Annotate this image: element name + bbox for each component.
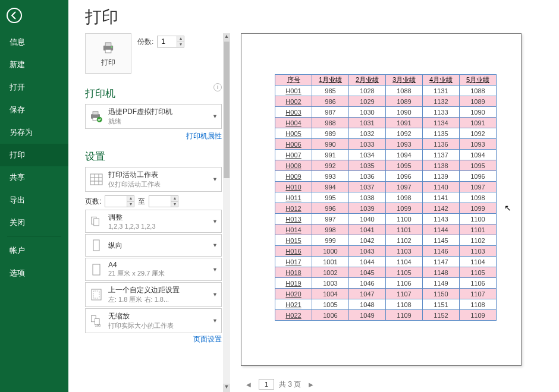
page-from-spinner[interactable]: ▲▼	[105, 195, 134, 207]
prev-page-button[interactable]: ◀	[243, 379, 254, 390]
printer-select[interactable]: 迅捷PDF虚拟打印机 就绪 ▼	[85, 104, 222, 129]
svg-point-4	[111, 46, 112, 48]
print-what-select[interactable]: 打印活动工作表 仅打印活动工作表 ▼	[85, 167, 222, 192]
sidebar-item[interactable]: 共享	[0, 166, 68, 189]
chevron-down-icon: ▼	[212, 242, 218, 248]
copies-down[interactable]: ▼	[177, 42, 184, 47]
svg-text:100: 100	[95, 324, 101, 327]
preview-page: 序号1月业绩2月业绩3月业绩4月业绩5月业绩 H0019851028108811…	[241, 33, 522, 366]
sidebar-item[interactable]: 另存为	[0, 121, 68, 144]
chevron-down-icon: ▼	[212, 176, 218, 182]
print-button-label: 打印	[101, 58, 115, 68]
margins-icon	[89, 287, 103, 302]
sidebar-item[interactable]: 选项	[0, 262, 68, 284]
table-row: H0109941037109711401097	[275, 182, 497, 192]
worksheet-icon	[89, 172, 103, 187]
print-preview-pane: 序号1月业绩2月业绩3月业绩4月业绩5月业绩 H0019851028108811…	[241, 33, 559, 392]
chevron-down-icon: ▼	[212, 292, 218, 298]
printer-status: 就绪	[108, 117, 208, 126]
scroll-down[interactable]: ▼	[223, 384, 230, 392]
chevron-down-icon: ▼	[212, 113, 218, 119]
back-arrow-icon	[6, 7, 23, 24]
back-button[interactable]	[2, 4, 26, 27]
table-row: H0089921035109511381095	[275, 160, 497, 171]
current-page-input[interactable]	[259, 379, 274, 390]
collate-select[interactable]: 调整 1,2,3 1,2,3 1,2,3 ▼	[85, 210, 222, 233]
table-row: H0019851028108811311088	[275, 86, 497, 96]
table-row: H0039871030109011331090	[275, 107, 497, 118]
copies-spinner[interactable]: ▲ ▼	[157, 36, 184, 48]
print-button[interactable]: 打印	[85, 33, 131, 74]
copies-label: 份数:	[137, 37, 153, 47]
svg-rect-13	[93, 264, 100, 275]
sidebar-item[interactable]: 导出	[0, 189, 68, 211]
table-header: 序号	[275, 75, 312, 86]
table-row: H0059891032109211351092	[275, 128, 497, 139]
backstage-sidebar: 信息新建打开保存另存为打印共享导出关闭 帐户选项	[0, 0, 68, 392]
page-total-label: 共 3 页	[279, 380, 301, 390]
svg-rect-6	[93, 112, 98, 115]
pages-to-label: 至	[138, 197, 145, 207]
sidebar-item[interactable]: 打印	[0, 144, 68, 166]
sidebar-item[interactable]: 关闭	[0, 211, 68, 234]
table-row: H01610001043110311461103	[275, 246, 497, 257]
orientation-select[interactable]: 纵向 ▼	[85, 234, 222, 257]
table-row: H0079911034109411371094	[275, 150, 497, 160]
table-row: H0099931036109611391096	[275, 171, 497, 182]
table-row: H0129961039109911421099	[275, 203, 497, 214]
collate-icon	[89, 214, 103, 229]
printer-properties-link[interactable]: 打印机属性	[186, 132, 222, 140]
scaling-select[interactable]: 100 无缩放 打印实际大小的工作表 ▼	[85, 308, 222, 333]
table-row: H0159991042110211451102	[275, 235, 497, 246]
table-header: 4月业绩	[423, 75, 460, 86]
svg-rect-12	[93, 240, 99, 251]
printer-icon	[101, 40, 116, 55]
paper-icon	[89, 262, 103, 277]
table-header: 1月业绩	[312, 75, 349, 86]
sidebar-separator	[7, 236, 61, 237]
margins-select[interactable]: 上一个自定义边距设置 左: 1.8 厘米 右: 1.8... ▼	[85, 282, 222, 307]
chevron-down-icon: ▼	[212, 318, 218, 324]
page-title: 打印	[85, 6, 559, 29]
table-row: H0139971040110011431100	[275, 214, 497, 225]
page-setup-link[interactable]: 页面设置	[193, 335, 222, 343]
svg-point-0	[7, 8, 21, 23]
sidebar-item[interactable]: 新建	[0, 53, 68, 76]
paper-size-select[interactable]: A4 21 厘米 x 29.7 厘米 ▼	[85, 258, 222, 281]
svg-rect-3	[105, 49, 111, 53]
svg-rect-9	[90, 174, 102, 185]
printer-ready-icon	[89, 109, 103, 124]
table-header: 5月业绩	[460, 75, 497, 86]
table-row: H0149981041110111441101	[275, 225, 497, 235]
table-row: H01710011044110411471104	[275, 257, 497, 267]
scroll-up[interactable]: ▲	[223, 33, 230, 42]
printer-section-title: 打印机	[85, 87, 222, 100]
pages-label: 页数:	[85, 197, 101, 207]
svg-rect-11	[94, 218, 99, 225]
options-scrollbar[interactable]: ▲ ▼	[223, 33, 230, 392]
svg-rect-2	[105, 42, 111, 46]
table-row: H01810021045110511481105	[275, 267, 497, 278]
scroll-thumb[interactable]	[224, 42, 230, 178]
scaling-icon: 100	[89, 313, 103, 328]
table-header: 2月业绩	[349, 75, 386, 86]
table-row: H02210061049110911521109	[275, 310, 497, 321]
sidebar-item[interactable]: 帐户	[0, 239, 68, 262]
chevron-down-icon: ▼	[212, 267, 218, 273]
print-options-pane: 打印 份数: ▲ ▼ 打印机	[85, 33, 222, 392]
table-row: H0049881031109111341091	[275, 118, 497, 128]
table-row: H02010041047110711501107	[275, 289, 497, 299]
next-page-button[interactable]: ▶	[306, 379, 316, 390]
table-row: H0029861029108911321089	[275, 96, 497, 107]
chevron-down-icon: ▼	[212, 219, 218, 225]
table-row: H01910031046110611491106	[275, 278, 497, 289]
table-row: H02110051048110811511108	[275, 299, 497, 310]
sidebar-item[interactable]: 打开	[0, 76, 68, 99]
settings-section-title: 设置	[85, 150, 222, 163]
sidebar-item[interactable]: 信息	[0, 31, 68, 53]
page-to-spinner[interactable]: ▲▼	[149, 195, 178, 207]
sidebar-item[interactable]: 保存	[0, 99, 68, 121]
copies-up[interactable]: ▲	[177, 36, 184, 42]
preview-pager: ◀ 共 3 页 ▶	[241, 375, 559, 392]
info-icon[interactable]: i	[213, 83, 222, 91]
